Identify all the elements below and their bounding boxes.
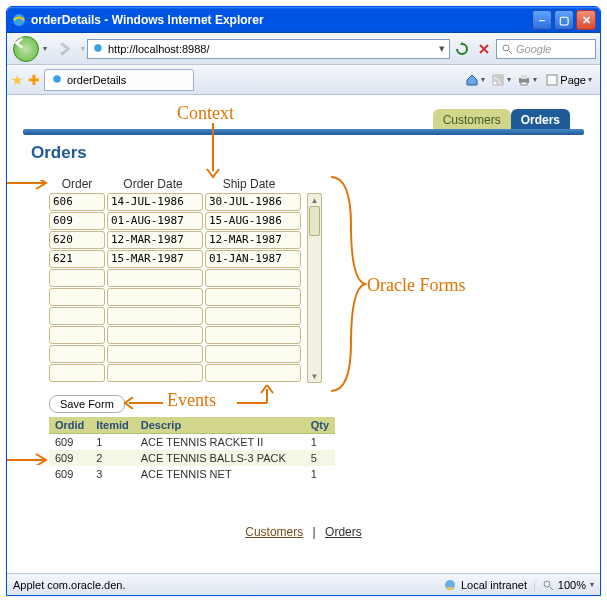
- grid-row: [49, 345, 303, 364]
- col-descrip: Descrip: [135, 417, 305, 434]
- maximize-button[interactable]: ▢: [554, 10, 574, 30]
- back-history-dropdown[interactable]: ▾: [43, 44, 47, 53]
- grid-cell[interactable]: [205, 326, 301, 344]
- browser-tab[interactable]: orderDetails: [44, 69, 194, 91]
- svg-rect-8: [521, 75, 527, 79]
- tab-title: orderDetails: [67, 74, 126, 86]
- tab-orders[interactable]: Orders: [511, 109, 570, 131]
- search-icon: [501, 43, 513, 55]
- page-content: Customers Orders Orders Order Order Date…: [7, 95, 600, 573]
- page-menu-label: Page: [560, 74, 586, 86]
- feeds-button[interactable]: ▾: [490, 69, 512, 91]
- titlebar: orderDetails - Windows Internet Explorer…: [7, 7, 600, 33]
- refresh-button[interactable]: [452, 39, 472, 59]
- grid-cell[interactable]: 15-AUG-1986: [205, 212, 301, 230]
- nav-toolbar: ▾ ▾ http://localhost:8988/ ▾ Google: [7, 33, 600, 65]
- detail-cell: 609: [49, 450, 90, 466]
- window-title: orderDetails - Windows Internet Explorer: [31, 13, 532, 27]
- svg-point-6: [494, 81, 497, 84]
- grid-cell[interactable]: [49, 288, 105, 306]
- grid-cell[interactable]: 621: [49, 250, 105, 268]
- grid-cell[interactable]: [49, 326, 105, 344]
- zoom-value: 100%: [558, 579, 586, 591]
- intranet-icon: [443, 578, 457, 592]
- grid-cell[interactable]: [107, 326, 203, 344]
- grid-row: 62115-MAR-198701-JAN-1987: [49, 250, 303, 269]
- detail-cell: ACE TENNIS BALLS-3 PACK: [135, 450, 305, 466]
- detail-cell: 2: [90, 450, 134, 466]
- svg-rect-9: [521, 82, 527, 85]
- page-menu-button[interactable]: Page▾: [542, 69, 596, 91]
- grid-cell[interactable]: [49, 307, 105, 325]
- footer-orders-link[interactable]: Orders: [325, 525, 362, 539]
- footer-customers-link[interactable]: Customers: [245, 525, 303, 539]
- col-itemid: Itemid: [90, 417, 134, 434]
- grid-cell[interactable]: [107, 345, 203, 363]
- grid-row: 60614-JUL-198630-JUL-1986: [49, 193, 303, 212]
- page-icon: [92, 42, 104, 56]
- detail-cell: 1: [90, 434, 134, 451]
- detail-cell: 609: [49, 434, 90, 451]
- scroll-down-icon[interactable]: ▼: [308, 370, 321, 382]
- favorites-icon[interactable]: ★: [11, 72, 24, 88]
- grid-cell[interactable]: 14-JUL-1986: [107, 193, 203, 211]
- annotation-events: Events: [167, 390, 216, 411]
- zoom-icon: [542, 579, 554, 591]
- grid-cell[interactable]: [205, 364, 301, 382]
- scroll-up-icon[interactable]: ▲: [308, 194, 321, 206]
- grid-cell[interactable]: 01-JAN-1987: [205, 250, 301, 268]
- grid-cell[interactable]: 606: [49, 193, 105, 211]
- forward-history-dropdown: ▾: [81, 44, 85, 53]
- close-button[interactable]: ✕: [576, 10, 596, 30]
- detail-cell: ACE TENNIS RACKET II: [135, 434, 305, 451]
- search-box[interactable]: Google: [496, 39, 596, 59]
- grid-cell[interactable]: 15-MAR-1987: [107, 250, 203, 268]
- grid-cell[interactable]: [107, 288, 203, 306]
- col-ordid: Ordid: [49, 417, 90, 434]
- home-button[interactable]: ▾: [464, 69, 486, 91]
- grid-cell[interactable]: [205, 307, 301, 325]
- print-button[interactable]: ▾: [516, 69, 538, 91]
- address-dropdown-icon[interactable]: ▾: [439, 42, 445, 55]
- header-bar: [23, 129, 584, 135]
- bracket-right-icon: [327, 175, 367, 393]
- grid-cell[interactable]: [107, 307, 203, 325]
- grid-cell[interactable]: 12-MAR-1987: [205, 231, 301, 249]
- grid-row: [49, 326, 303, 345]
- svg-rect-10: [547, 75, 557, 85]
- detail-cell: 609: [49, 466, 90, 482]
- add-favorite-icon[interactable]: ✚: [28, 72, 40, 88]
- grid-cell[interactable]: 01-AUG-1987: [107, 212, 203, 230]
- grid-cell[interactable]: 30-JUL-1986: [205, 193, 301, 211]
- grid-cell[interactable]: [49, 269, 105, 287]
- scroll-thumb[interactable]: [309, 206, 320, 236]
- col-order: Order: [49, 177, 105, 191]
- grid-cell[interactable]: 620: [49, 231, 105, 249]
- grid-cell[interactable]: [107, 364, 203, 382]
- grid-scrollbar[interactable]: ▲ ▼: [307, 193, 322, 383]
- grid-cell[interactable]: 609: [49, 212, 105, 230]
- grid-cell[interactable]: [205, 269, 301, 287]
- svg-point-1: [94, 44, 102, 52]
- svg-line-3: [509, 51, 512, 54]
- grid-cell[interactable]: [107, 269, 203, 287]
- svg-point-17: [544, 581, 550, 587]
- grid-cell[interactable]: [49, 345, 105, 363]
- zoom-control[interactable]: 100% ▾: [542, 579, 594, 591]
- tab-page-icon: [51, 73, 63, 87]
- back-button[interactable]: [11, 36, 41, 62]
- grid-cell[interactable]: 12-MAR-1987: [107, 231, 203, 249]
- grid-cell[interactable]: [205, 345, 301, 363]
- address-bar[interactable]: http://localhost:8988/ ▾: [87, 39, 450, 59]
- grid-cell[interactable]: [205, 288, 301, 306]
- search-placeholder: Google: [516, 43, 551, 55]
- grid-cell[interactable]: [49, 364, 105, 382]
- save-button[interactable]: Save Form: [49, 395, 125, 413]
- url-text: http://localhost:8988/: [108, 43, 210, 55]
- minimize-button[interactable]: –: [532, 10, 552, 30]
- stop-button[interactable]: [474, 39, 494, 59]
- grid-row: [49, 288, 303, 307]
- annotation-oracle-forms: Oracle Forms: [367, 275, 465, 296]
- grid-row: [49, 364, 303, 383]
- tab-customers[interactable]: Customers: [433, 109, 511, 131]
